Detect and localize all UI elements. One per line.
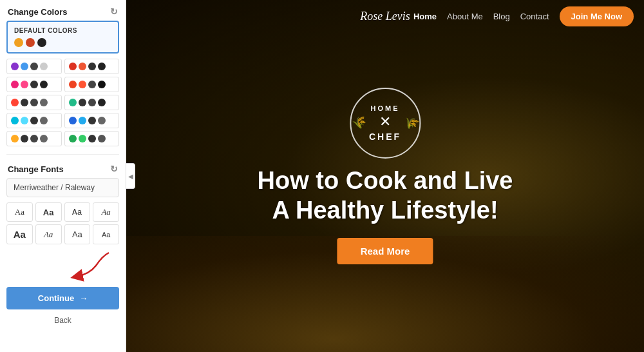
font-item-8[interactable]: Aa	[93, 224, 119, 244]
font-item-1[interactable]: Aa	[6, 202, 33, 222]
divider	[6, 154, 119, 155]
pdot	[69, 99, 77, 106]
pdot	[69, 135, 77, 142]
pdot	[79, 117, 86, 124]
pdot	[21, 135, 28, 142]
pdot	[88, 63, 96, 70]
pdot	[30, 135, 38, 142]
nav-link-about[interactable]: About Me	[447, 12, 483, 21]
palette-item[interactable]	[64, 113, 120, 128]
pdot	[40, 63, 48, 70]
change-colors-label: Change Colors	[8, 7, 67, 17]
pdot	[21, 81, 28, 88]
pdot	[30, 99, 38, 106]
pdot	[69, 63, 77, 70]
pdot	[40, 135, 48, 142]
nav-link-blog[interactable]: Blog	[493, 12, 510, 21]
join-button[interactable]: Join Me Now	[560, 6, 634, 26]
pdot	[79, 99, 86, 106]
pdot	[21, 63, 28, 70]
font-item-3[interactable]: Aa	[64, 202, 91, 222]
palette-item[interactable]	[6, 95, 62, 110]
palette-item[interactable]	[64, 95, 120, 110]
change-fonts-section: Change Fonts ↻	[0, 157, 126, 178]
pdot	[98, 99, 106, 106]
refresh-colors-icon[interactable]: ↻	[110, 6, 118, 17]
pdot	[11, 99, 19, 106]
pdot	[30, 63, 38, 70]
pdot	[11, 81, 19, 88]
default-dot-3	[37, 38, 46, 47]
pdot	[40, 81, 48, 88]
default-colors-label: DEFAULT COLORS	[14, 27, 111, 34]
read-more-button[interactable]: Read More	[337, 238, 433, 264]
pdot	[69, 81, 77, 88]
palette-item[interactable]	[64, 77, 120, 92]
wheat-right-icon: 🌾	[402, 114, 420, 132]
hero-title: How to Cook and Live A Healthy Lifestyle…	[178, 166, 592, 225]
nav-link-home[interactable]: Home	[413, 12, 437, 21]
logo-bottom-text: CHEF	[369, 132, 401, 142]
logo-crossed-icon: ✕	[379, 113, 391, 130]
navigation: Rose Levis Home About Me Blog Contact Jo…	[126, 0, 644, 33]
pdot	[11, 117, 19, 124]
default-colors-box[interactable]: DEFAULT COLORS	[6, 21, 119, 54]
pdot	[79, 63, 86, 70]
font-item-6[interactable]: Aa	[35, 224, 62, 244]
nav-links: Home About Me Blog Contact Join Me Now	[413, 6, 634, 26]
default-color-dots	[14, 38, 111, 47]
pdot	[79, 135, 86, 142]
pdot	[40, 99, 48, 106]
pdot	[88, 99, 96, 106]
palette-item[interactable]	[6, 131, 62, 146]
font-item-7[interactable]: Aa	[64, 224, 91, 244]
pdot	[21, 99, 28, 106]
pdot	[11, 135, 19, 142]
palette-item[interactable]	[64, 59, 120, 74]
pdot	[98, 117, 106, 124]
change-fonts-label: Change Fonts	[8, 164, 64, 174]
pdot	[98, 135, 106, 142]
hero-title-line1: How to Cook and Live	[258, 167, 513, 194]
pdot	[98, 81, 106, 88]
collapse-handle[interactable]: ◀	[126, 163, 135, 189]
left-panel: Change Colors ↻ DEFAULT COLORS	[0, 0, 126, 352]
pdot	[98, 63, 106, 70]
palette-grid	[0, 59, 126, 152]
pdot	[21, 117, 28, 124]
hero-title-line2: A Healthy Lifestyle!	[272, 197, 498, 224]
font-selector[interactable]: Merriweather / Raleway	[6, 178, 119, 197]
wheat-left-icon: 🌾	[350, 114, 368, 132]
brand-logo: Rose Levis	[360, 10, 410, 23]
pdot	[11, 63, 19, 70]
pdot	[88, 81, 96, 88]
nav-link-contact[interactable]: Contact	[520, 12, 549, 21]
main-area: Rose Levis Home About Me Blog Contact Jo…	[126, 0, 644, 352]
arrow-container	[0, 248, 126, 284]
logo-top-text: HOME	[371, 104, 400, 112]
refresh-fonts-icon[interactable]: ↻	[110, 164, 118, 174]
pdot	[69, 117, 77, 124]
palette-item[interactable]	[64, 131, 120, 146]
default-dot-2	[26, 38, 35, 47]
continue-arrow-icon: →	[79, 293, 88, 303]
change-colors-section: Change Colors ↻	[0, 0, 126, 21]
palette-item[interactable]	[6, 77, 62, 92]
continue-button[interactable]: Continue →	[6, 287, 119, 309]
back-link[interactable]: Back	[0, 312, 126, 329]
pdot	[79, 81, 86, 88]
pdot	[40, 117, 48, 124]
font-item-4[interactable]: Aa	[93, 202, 119, 222]
pdot	[88, 135, 96, 142]
pdot	[88, 117, 96, 124]
palette-item[interactable]	[6, 113, 62, 128]
continue-label: Continue	[38, 293, 74, 303]
palette-item[interactable]	[6, 59, 62, 74]
red-arrow-svg	[64, 249, 115, 282]
hero-content: 🌾 🌾 HOME ✕ CHEF How to Cook and Live A H…	[178, 88, 592, 264]
font-item-2[interactable]: Aa	[35, 202, 62, 222]
font-grid: Aa Aa Aa Aa Aa Aa Aa Aa	[0, 202, 126, 248]
font-item-5[interactable]: Aa	[6, 224, 33, 244]
brand-logo-circle: 🌾 🌾 HOME ✕ CHEF	[350, 88, 421, 159]
pdot	[30, 81, 38, 88]
